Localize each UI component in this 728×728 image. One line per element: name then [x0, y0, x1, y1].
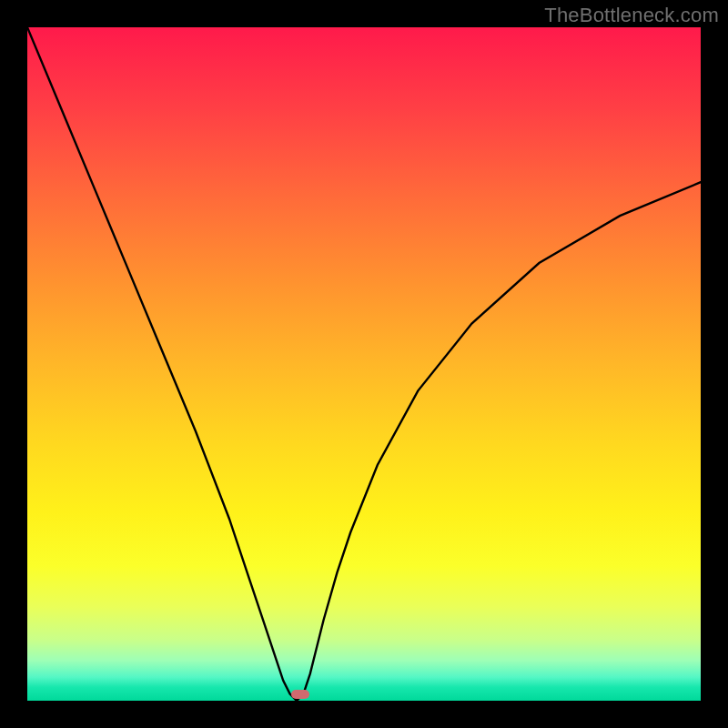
chart-frame: TheBottleneck.com	[0, 0, 728, 728]
curve-svg	[27, 27, 701, 701]
watermark-text: TheBottleneck.com	[544, 4, 719, 27]
plot-area	[27, 27, 701, 701]
bottleneck-curve	[27, 27, 701, 701]
minimum-marker	[291, 690, 309, 699]
